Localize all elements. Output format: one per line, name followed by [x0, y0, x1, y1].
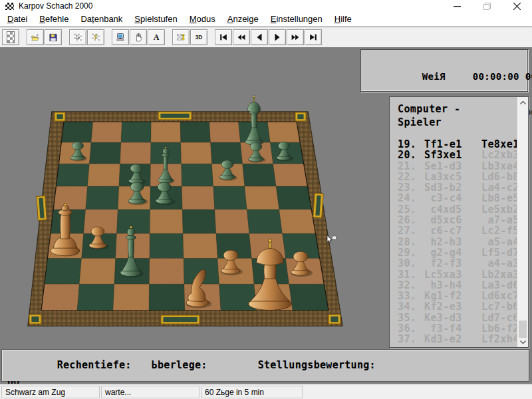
white-move[interactable]: f2-f3: [424, 258, 481, 269]
white-move[interactable]: Tf1-e1: [424, 139, 481, 150]
edit-position-button[interactable]: [69, 29, 86, 45]
board-square[interactable]: [91, 122, 122, 142]
move-row[interactable]: 20.Sf3xe1Lc2xb3: [398, 150, 528, 160]
nav-fast-back-button[interactable]: [233, 29, 250, 45]
black-move[interactable]: Lc2-f5: [481, 225, 519, 236]
black-move[interactable]: a5-a4: [481, 237, 519, 247]
white-move[interactable]: h3-h4: [424, 280, 481, 291]
board-square[interactable]: [289, 284, 329, 311]
board-square[interactable]: [247, 209, 282, 233]
black-move[interactable]: Ld7-c6: [481, 313, 519, 323]
move-row[interactable]: 22.La3xc5Ld6-b8: [398, 172, 528, 182]
move-row[interactable]: 21.Se1-d3Lb3xa4: [398, 161, 528, 172]
board-square[interactable]: [120, 142, 151, 164]
black-move[interactable]: a7-a5: [481, 215, 519, 225]
white-move[interactable]: c3-c4: [424, 193, 481, 203]
white-move[interactable]: Ke3-d3: [424, 313, 481, 323]
menu-item-befehle[interactable]: Befehle: [33, 13, 74, 25]
board-square[interactable]: [181, 142, 212, 164]
board-square[interactable]: [151, 122, 181, 142]
board-square[interactable]: [213, 186, 247, 209]
board-square[interactable]: [150, 209, 183, 233]
board-square[interactable]: [150, 259, 185, 285]
black-move[interactable]: Lb8-e5: [481, 193, 519, 203]
black-move[interactable]: Lb6-f2: [481, 323, 519, 334]
white-move[interactable]: Kd3-e2: [424, 334, 481, 344]
white-move[interactable]: Kf2-e3: [424, 301, 481, 312]
menu-item-modus[interactable]: Modus: [184, 13, 221, 25]
scroll-down-arrow[interactable]: [517, 336, 528, 347]
board-square[interactable]: [276, 186, 311, 209]
board-square[interactable]: [243, 164, 277, 187]
menu-item-anzeige[interactable]: Anzeige: [221, 13, 265, 25]
white-move[interactable]: Lc5xa3: [424, 269, 481, 280]
menu-item-hilfe[interactable]: Hilfe: [329, 13, 358, 25]
black-move[interactable]: Lf2xh4: [481, 334, 519, 344]
white-move[interactable]: Sd3-b2: [424, 182, 481, 193]
black-move[interactable]: Lb2xa3: [481, 269, 519, 280]
move-list-scrollbar[interactable]: [517, 97, 528, 347]
nav-back-button[interactable]: [251, 29, 268, 45]
menu-item-einstellungen[interactable]: Einstellungen: [265, 13, 329, 25]
nav-forward-button[interactable]: [269, 29, 286, 45]
board-square[interactable]: [182, 186, 214, 209]
board-square[interactable]: [113, 284, 150, 311]
white-move[interactable]: Sf3xe1: [424, 150, 481, 160]
hand-move-button[interactable]: [130, 29, 147, 45]
move-row[interactable]: 24. c3-c4Lb8-e5: [398, 193, 528, 203]
move-row[interactable]: 27. c6-c7Lc2-f5: [398, 225, 528, 236]
nav-last-button[interactable]: [305, 29, 322, 45]
board-square[interactable]: [180, 122, 211, 142]
scrollbar-thumb[interactable]: [519, 321, 527, 338]
board-square[interactable]: [88, 164, 120, 187]
flip-board-button[interactable]: [172, 29, 190, 45]
board-square[interactable]: [56, 164, 89, 187]
move-row[interactable]: 35.Ke3-d3Ld7-c6: [398, 313, 528, 323]
board-square[interactable]: [77, 284, 114, 311]
minimize-button[interactable]: [442, 0, 472, 12]
board-square[interactable]: [183, 233, 217, 258]
black-move[interactable]: Ld6-b8: [481, 172, 519, 182]
chess-board[interactable]: [0, 47, 372, 384]
board-square[interactable]: [53, 186, 87, 209]
board-square[interactable]: [273, 164, 308, 187]
menu-item-spielstufen[interactable]: Spielstufen: [128, 13, 183, 25]
move-row[interactable]: 32. h3-h4La3-d6: [398, 280, 528, 291]
white-move[interactable]: g2-g4: [424, 247, 481, 258]
move-row[interactable]: 23.Sd3-b2La4-c2: [398, 182, 528, 193]
move-row[interactable]: 31.Lc5xa3Lb2xa3: [398, 269, 528, 280]
black-move[interactable]: Ld6xc7: [481, 291, 519, 301]
black-move[interactable]: La3-d6: [481, 280, 519, 291]
white-move[interactable]: f3-f4: [424, 323, 481, 334]
board-square[interactable]: [182, 209, 216, 233]
board-square[interactable]: [209, 122, 241, 142]
board-square[interactable]: [61, 122, 93, 142]
black-move[interactable]: Lb3xa4: [481, 161, 519, 172]
board-square[interactable]: [182, 164, 213, 187]
move-row[interactable]: 28. h2-h3 a5-a4: [398, 237, 528, 247]
move-row[interactable]: 37.Kd3-e2Lf2xh4: [398, 334, 528, 344]
menu-item-datei[interactable]: Datei: [1, 13, 33, 25]
white-move[interactable]: Se1-d3: [424, 161, 481, 172]
close-button[interactable]: [502, 0, 532, 12]
white-move[interactable]: h2-h3: [424, 237, 481, 247]
move-row[interactable]: 36. f3-f4Lb6-f2: [398, 323, 528, 334]
move-row[interactable]: 33.Kg1-f2Ld6xc7: [398, 291, 528, 301]
move-row[interactable]: 34.Kf2-e3Lc7-b6+: [398, 301, 528, 312]
black-move[interactable]: La4-c2: [481, 182, 519, 193]
board-square[interactable]: [79, 259, 115, 285]
computer-button[interactable]: [112, 29, 129, 45]
board-square[interactable]: [121, 122, 151, 142]
nav-first-button[interactable]: [215, 29, 232, 45]
board-square[interactable]: [86, 186, 119, 209]
menu-item-datenbank[interactable]: Datenbank: [74, 13, 128, 25]
move-row[interactable]: 30. f2-f3 a4-a3: [398, 258, 528, 269]
white-move[interactable]: c4xd5: [424, 204, 481, 215]
move-row[interactable]: 25. c4xd5Le5xb2: [398, 204, 528, 215]
move-row[interactable]: 19.Tf1-e1Te8xe1+: [398, 139, 528, 150]
3d-view-button[interactable]: 3D: [190, 29, 207, 45]
move-row[interactable]: 29. g2-g4Lf5-d7: [398, 247, 528, 258]
board-square[interactable]: [279, 209, 316, 233]
black-move[interactable]: Le5xb2: [481, 204, 519, 215]
board-square[interactable]: [215, 209, 249, 233]
